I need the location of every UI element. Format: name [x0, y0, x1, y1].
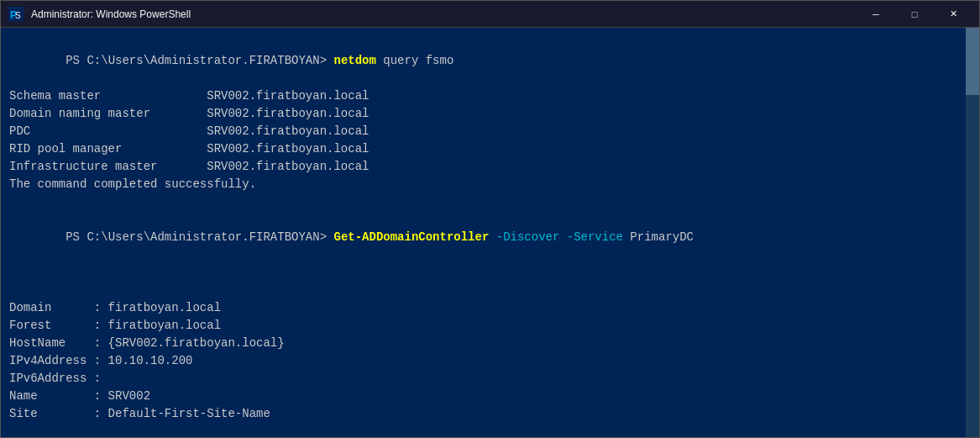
terminal-output: PS C:\Users\Administrator.FIRATBOYAN> ne… — [9, 34, 971, 430]
cmd-netdom: netdom — [333, 54, 375, 67]
scrollbar[interactable] — [966, 28, 979, 437]
output-hostname: HostName : {SRV002.firatboyan.local} — [9, 335, 971, 352]
window-title: Administrator: Windows PowerShell — [31, 8, 857, 20]
cmd-param-service: -Service — [559, 230, 623, 244]
output-site: Site : Default-First-Site-Name — [9, 405, 971, 423]
output-schema: Schema master SRV002.firatboyan.local — [9, 87, 971, 105]
cmd-netdom-args: query fsmo — [376, 54, 453, 67]
blank-line-4 — [9, 423, 971, 430]
output-pdc: PDC SRV002.firatboyan.local — [9, 123, 971, 140]
output-ipv6: IPv6Address : — [9, 370, 971, 388]
window-controls: ─ □ ✕ — [857, 1, 972, 28]
output-rid: RID pool manager SRV002.firatboyan.local — [9, 140, 971, 158]
command-line-2: PS C:\Users\Administrator.FIRATBOYAN> Ge… — [9, 211, 971, 264]
output-ipv4: IPv4Address : 10.10.10.200 — [9, 352, 971, 370]
output-domain: Domain : firatboyan.local — [9, 299, 971, 317]
blank-line-3 — [9, 282, 971, 299]
blank-line-1 — [9, 193, 971, 211]
prompt-1: PS C:\Users\Administrator.FIRATBOYAN> — [66, 54, 333, 67]
prompt-2: PS C:\Users\Administrator.FIRATBOYAN> — [66, 230, 333, 244]
command-line-1: PS C:\Users\Administrator.FIRATBOYAN> ne… — [9, 34, 971, 87]
output-name: Name : SRV002 — [9, 388, 971, 405]
svg-text:S: S — [15, 11, 21, 20]
title-bar: P S Administrator: Windows PowerShell ─ … — [1, 1, 979, 28]
cmd-param-discover: -Discover — [489, 230, 559, 244]
output-infra: Infrastructure master SRV002.firatboyan.… — [9, 158, 971, 176]
scrollbar-thumb[interactable] — [966, 28, 979, 95]
close-button[interactable]: ✕ — [934, 1, 972, 28]
powershell-icon: P S — [8, 6, 24, 23]
blank-line-2 — [9, 264, 971, 282]
terminal-area[interactable]: PS C:\Users\Administrator.FIRATBOYAN> ne… — [1, 28, 979, 437]
output-success: The command completed successfully. — [9, 176, 971, 193]
minimize-button[interactable]: ─ — [857, 1, 895, 28]
cmd-get-ad: Get-ADDomainController — [333, 230, 489, 244]
cmd-param-primarydc: PrimaryDC — [623, 230, 694, 244]
output-forest: Forest : firatboyan.local — [9, 317, 971, 335]
output-domain-naming: Domain naming master SRV002.firatboyan.l… — [9, 105, 971, 123]
maximize-button[interactable]: □ — [895, 1, 934, 28]
powershell-window: P S Administrator: Windows PowerShell ─ … — [0, 0, 980, 438]
